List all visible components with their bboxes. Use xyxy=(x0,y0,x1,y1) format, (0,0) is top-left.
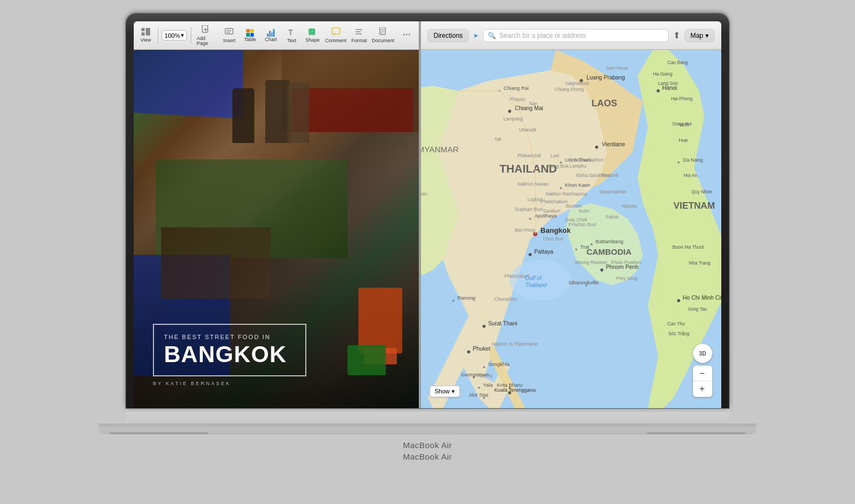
svg-text:Paksé: Paksé xyxy=(606,214,619,220)
svg-rect-2 xyxy=(146,28,150,36)
svg-text:Phuket: Phuket xyxy=(473,346,491,352)
svg-point-40 xyxy=(677,299,680,302)
comment-button[interactable]: Comment xyxy=(323,26,348,44)
svg-text:Sam Neua: Sam Neua xyxy=(606,65,628,71)
svg-text:Hai Phong: Hai Phong xyxy=(671,96,693,101)
svg-text:Ha Giang: Ha Giang xyxy=(653,71,672,77)
view-icon xyxy=(141,28,150,37)
view-label: View xyxy=(140,38,151,43)
search-placeholder: Search for a place or address xyxy=(499,32,585,39)
svg-rect-1 xyxy=(141,32,145,36)
insert-button[interactable]: Insert xyxy=(219,26,239,44)
table-icon xyxy=(246,29,254,37)
svg-rect-0 xyxy=(141,28,145,31)
text-label: Text xyxy=(287,38,297,43)
svg-text:Alor Star: Alor Star xyxy=(469,392,488,398)
shape-button[interactable]: Shape xyxy=(303,27,322,44)
maps-search-field[interactable]: 🔍 Search for a place or address xyxy=(483,29,668,42)
svg-text:Suphan Buri: Suphan Buri xyxy=(515,207,543,212)
map-type-label: Map xyxy=(691,32,703,39)
svg-point-21 xyxy=(406,33,408,35)
map-show-button[interactable]: Show ▾ xyxy=(430,386,460,397)
svg-text:Chumphon: Chumphon xyxy=(494,296,517,302)
format-button[interactable]: Format xyxy=(349,26,369,44)
svg-text:Nong Bua Lamphu: Nong Bua Lamphu xyxy=(548,163,586,169)
person-2 xyxy=(265,80,290,143)
zoom-in-button[interactable]: + xyxy=(693,381,711,397)
seated-group xyxy=(161,227,271,299)
share-icon[interactable]: ⬆ xyxy=(673,30,680,41)
svg-text:Khon Kaen: Khon Kaen xyxy=(565,182,590,188)
svg-text:Nha Trang: Nha Trang xyxy=(689,260,711,266)
document-button[interactable]: Document xyxy=(370,26,396,44)
svg-point-38 xyxy=(600,268,603,272)
macbook-bottom-bar xyxy=(126,408,729,423)
toolbar-sep-1 xyxy=(158,27,158,44)
svg-text:Nakhon Sawan: Nakhon Sawan xyxy=(517,181,549,187)
zoom-out-button[interactable]: − xyxy=(693,366,711,381)
map-type-button[interactable]: Map ▾ xyxy=(685,29,715,42)
svg-text:Saraburi: Saraburi xyxy=(543,208,561,214)
maps-container[interactable]: LAOS THAILAND MYANMAR CAMBODIA VIETNAM B… xyxy=(421,50,721,408)
show-label: Show xyxy=(435,388,450,394)
svg-text:Hoi An: Hoi An xyxy=(684,173,698,178)
person-1 xyxy=(232,88,254,143)
svg-rect-11 xyxy=(332,28,340,34)
svg-text:Cao Bang: Cao Bang xyxy=(668,60,688,65)
svg-text:Moulmein: Moulmein xyxy=(421,191,428,197)
location-icon[interactable]: ➤ xyxy=(473,32,478,39)
svg-text:Tak: Tak xyxy=(494,136,502,142)
pages-toolbar: View 100% ▾ xyxy=(134,21,419,50)
shape-icon xyxy=(308,28,317,37)
svg-text:Nan: Nan xyxy=(529,101,538,106)
svg-text:Nakhon Ratchasima: Nakhon Ratchasima xyxy=(545,191,587,197)
view-button[interactable]: View xyxy=(136,27,156,44)
chart-button[interactable]: Chart xyxy=(261,28,281,43)
document-icon xyxy=(379,27,387,38)
svg-text:Vientiane: Vientiane xyxy=(602,141,625,147)
svg-text:VIETNAM: VIETNAM xyxy=(674,201,715,211)
svg-text:Xaignabouli: Xaignabouli xyxy=(565,81,589,86)
zoom-value: 100% xyxy=(164,32,180,39)
svg-text:Pattaya: Pattaya xyxy=(534,249,554,255)
svg-text:CAMBODIA: CAMBODIA xyxy=(586,247,631,256)
add-page-button[interactable]: Add Page xyxy=(193,24,218,47)
insert-label: Insert xyxy=(223,38,236,43)
svg-text:Chiang Rai: Chiang Rai xyxy=(504,85,529,91)
macbook-wrapper: View 100% ▾ xyxy=(44,14,811,490)
svg-text:Phetchabun: Phetchabun xyxy=(540,199,568,204)
zoom-control[interactable]: 100% ▾ xyxy=(162,30,187,41)
map-type-chevron: ▾ xyxy=(705,32,709,39)
svg-text:Attapeu: Attapeu xyxy=(622,203,637,209)
svg-point-69 xyxy=(575,249,577,251)
svg-text:Uttaradit: Uttaradit xyxy=(519,127,537,133)
insert-icon xyxy=(225,27,233,38)
svg-text:Trat: Trat xyxy=(580,244,590,250)
svg-point-52 xyxy=(560,187,562,189)
svg-text:Sihanoukville: Sihanoukville xyxy=(568,280,598,285)
search-icon: 🔍 xyxy=(488,32,496,39)
map-3d-button[interactable]: 3D xyxy=(693,343,713,363)
svg-point-34 xyxy=(595,146,598,149)
svg-text:LAOS: LAOS xyxy=(591,98,617,108)
svg-text:Prachin Buri: Prachin Buri xyxy=(568,222,596,227)
svg-text:Ayutthaya: Ayutthaya xyxy=(534,213,557,219)
map-controls: 3D − + xyxy=(693,343,713,397)
document-author: BY KATIE BERNASEK xyxy=(153,381,400,386)
svg-text:Savannakhet: Savannakhet xyxy=(599,189,626,194)
screen-inner: View 100% ▾ xyxy=(134,21,721,408)
svg-point-46 xyxy=(528,253,532,256)
svg-point-73 xyxy=(478,387,480,389)
more-button[interactable] xyxy=(397,30,417,42)
svg-text:MYANMAR: MYANMAR xyxy=(421,145,459,154)
text-button[interactable]: T Text xyxy=(282,26,301,44)
zoom-button[interactable]: 100% ▾ xyxy=(161,29,189,42)
title-overlay: THE BEST STREET FOOD IN BANGKOK BY KATIE… xyxy=(153,324,400,386)
title-box: THE BEST STREET FOOD IN BANGKOK xyxy=(153,324,306,376)
svg-text:Lopburi: Lopburi xyxy=(528,197,543,202)
svg-text:Prey Veng: Prey Veng xyxy=(616,276,637,281)
table-button[interactable]: Table xyxy=(240,28,260,43)
svg-text:Songkhla: Songkhla xyxy=(488,362,510,367)
svg-point-42 xyxy=(467,350,470,353)
directions-button[interactable]: Directions xyxy=(428,29,469,42)
